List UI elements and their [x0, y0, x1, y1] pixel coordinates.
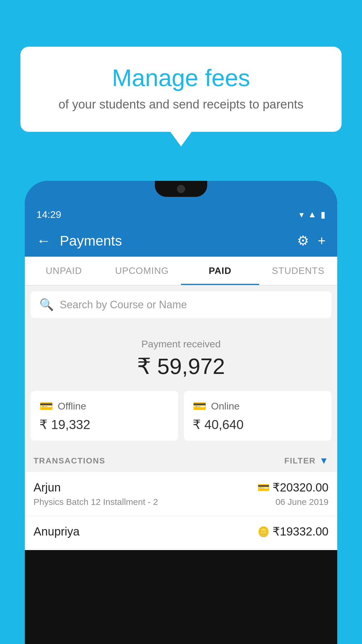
search-placeholder: Search by Course or Name — [60, 299, 187, 311]
phone-notch-area — [25, 181, 337, 204]
payment-cards: 💳 Offline ₹ 19,332 💳 Online ₹ 40,640 — [25, 391, 337, 449]
back-button[interactable]: ← — [36, 232, 51, 249]
tab-upcoming[interactable]: UPCOMING — [103, 257, 181, 285]
header-icons: ⚙ + — [297, 233, 326, 249]
app-header: ← Payments ⚙ + — [25, 225, 337, 257]
transaction-row-top: Arjun 💳 ₹20320.00 — [34, 481, 328, 494]
student-name: Anupriya — [34, 525, 80, 538]
online-amount: ₹ 40,640 — [193, 417, 323, 432]
bubble-subtitle: of your students and send receipts to pa… — [38, 97, 324, 111]
search-icon: 🔍 — [39, 298, 54, 312]
payment-received-label: Payment received — [25, 338, 337, 350]
offline-card: 💳 Offline ₹ 19,332 — [31, 391, 178, 441]
transaction-amount: ₹20320.00 — [273, 481, 328, 494]
speech-bubble: Manage fees of your students and send re… — [20, 47, 342, 132]
bubble-title: Manage fees — [38, 64, 324, 92]
payment-total-amount: ₹ 59,972 — [25, 353, 337, 379]
payment-method-icon: 🪙 — [257, 526, 270, 537]
header-title: Payments — [60, 233, 288, 249]
transactions-label: TRANSACTIONS — [34, 456, 105, 466]
offline-card-header: 💳 Offline — [39, 400, 169, 412]
offline-icon: 💳 — [39, 400, 53, 412]
filter-label: FILTER — [284, 456, 316, 466]
tab-students[interactable]: STUDENTS — [259, 257, 337, 285]
transaction-amount-area: 🪙 ₹19332.00 — [257, 525, 328, 538]
phone-content: 🔍 Search by Course or Name Payment recei… — [25, 286, 337, 550]
filter-icon: ▼ — [319, 455, 328, 466]
phone-notch — [155, 181, 207, 197]
online-icon: 💳 — [193, 400, 206, 412]
add-button[interactable]: + — [318, 233, 326, 249]
offline-amount: ₹ 19,332 — [39, 417, 169, 432]
transaction-row[interactable]: Anupriya 🪙 ₹19332.00 — [25, 516, 337, 550]
course-info: Physics Batch 12 Installment - 2 — [34, 497, 158, 507]
filter-area[interactable]: FILTER ▼ — [284, 455, 328, 466]
search-bar[interactable]: 🔍 Search by Course or Name — [31, 291, 331, 318]
offline-label: Offline — [58, 400, 86, 412]
settings-button[interactable]: ⚙ — [297, 233, 309, 249]
transactions-header: TRANSACTIONS FILTER ▼ — [25, 449, 337, 472]
phone-camera — [177, 185, 185, 193]
status-bar: 14:29 ▾ ▲ ▮ — [25, 204, 337, 225]
tabs-bar: UNPAID UPCOMING PAID STUDENTS — [25, 257, 337, 286]
payment-method-icon: 💳 — [257, 482, 270, 493]
student-name: Arjun — [34, 481, 61, 494]
status-time: 14:29 — [36, 209, 61, 220]
wifi-icon: ▾ — [299, 209, 304, 220]
online-card-header: 💳 Online — [193, 400, 323, 412]
transaction-row-bottom: Physics Batch 12 Installment - 2 06 June… — [34, 497, 328, 507]
transaction-amount-area: 💳 ₹20320.00 — [257, 481, 328, 494]
payment-received-section: Payment received ₹ 59,972 — [25, 324, 337, 391]
transaction-row[interactable]: Arjun 💳 ₹20320.00 Physics Batch 12 Insta… — [25, 472, 337, 516]
tab-paid[interactable]: PAID — [181, 257, 259, 285]
transaction-row-top: Anupriya 🪙 ₹19332.00 — [34, 525, 328, 538]
transaction-amount: ₹19332.00 — [273, 525, 328, 538]
online-card: 💳 Online ₹ 40,640 — [184, 391, 331, 441]
transaction-date: 06 June 2019 — [275, 497, 328, 507]
status-icons: ▾ ▲ ▮ — [299, 209, 326, 220]
phone-frame: 14:29 ▾ ▲ ▮ ← Payments ⚙ + UNPAID UPCOMI… — [25, 181, 337, 644]
battery-icon: ▮ — [321, 209, 326, 220]
tab-unpaid[interactable]: UNPAID — [25, 257, 103, 285]
online-label: Online — [211, 400, 240, 412]
signal-icon: ▲ — [308, 209, 317, 219]
